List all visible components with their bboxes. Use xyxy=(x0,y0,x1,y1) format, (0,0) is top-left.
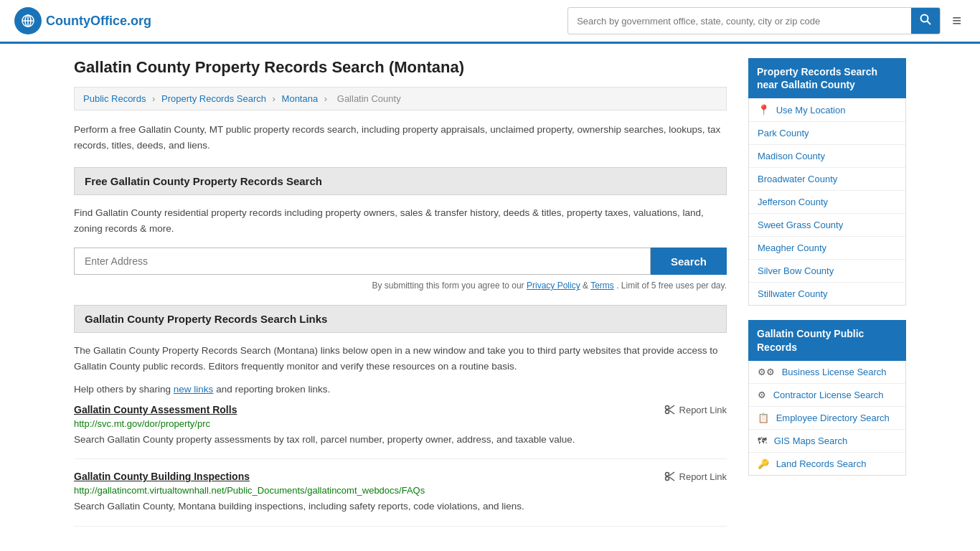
gear-icon-contractor: ⚙ xyxy=(758,390,766,400)
header-right: ≡ xyxy=(567,7,966,34)
breadcrumb-montana[interactable]: Montana xyxy=(282,93,319,104)
breadcrumb-public-records[interactable]: Public Records xyxy=(83,93,146,104)
sidebar-nearby-title: Property Records Search near Gallatin Co… xyxy=(748,58,906,98)
link-desc-2: Search Gallatin County, Montana building… xyxy=(74,499,727,514)
employee-directory-link[interactable]: Employee Directory Search xyxy=(776,413,890,423)
sidebar-item-meagher-county[interactable]: Meagher County xyxy=(749,237,905,260)
form-note-limit: . Limit of 5 free uses per day. xyxy=(616,281,727,291)
sidebar-item-contractor-license[interactable]: ⚙ Contractor License Search xyxy=(749,384,905,407)
gear-icon-business: ⚙⚙ xyxy=(758,367,775,377)
sidebar-item-stillwater-county[interactable]: Stillwater County xyxy=(749,283,905,305)
links-section-description: The Gallatin County Property Records Sea… xyxy=(74,343,727,374)
svg-point-11 xyxy=(665,473,669,476)
privacy-policy-link[interactable]: Privacy Policy xyxy=(527,281,580,291)
report-link-btn-1[interactable]: Report Link xyxy=(664,404,727,415)
free-search-description: Find Gallatin County residential propert… xyxy=(74,205,727,236)
land-records-link[interactable]: Land Records Search xyxy=(776,458,867,469)
sidebar-item-sweet-grass-county[interactable]: Sweet Grass County xyxy=(749,214,905,237)
business-license-link[interactable]: Business License Search xyxy=(782,367,887,377)
page-description: Perform a free Gallatin County, MT publi… xyxy=(74,122,727,153)
sidebar-item-jefferson-county[interactable]: Jefferson County xyxy=(749,191,905,214)
sidebar-item-gis-maps[interactable]: 🗺 GIS Maps Search xyxy=(749,430,905,453)
link-item-assessment-rolls: Gallatin County Assessment Rolls Report … xyxy=(74,404,727,459)
link-title-assessment[interactable]: Gallatin County Assessment Rolls xyxy=(74,404,237,415)
use-my-location-link[interactable]: Use My Location xyxy=(776,105,846,116)
svg-point-12 xyxy=(665,477,669,481)
doc-icon: 📋 xyxy=(758,413,769,423)
sidebar-item-use-my-location[interactable]: 📍 Use My Location xyxy=(749,98,905,122)
silver-bow-county-link[interactable]: Silver Bow County xyxy=(758,265,834,276)
svg-point-5 xyxy=(921,15,928,22)
page-title: Gallatin County Property Records Search … xyxy=(74,58,727,77)
svg-point-8 xyxy=(665,410,669,414)
report-link-label-2: Report Link xyxy=(679,471,727,482)
breadcrumb-sep-1: › xyxy=(152,93,155,104)
sidebar-item-park-county[interactable]: Park County xyxy=(749,122,905,145)
logo-text: CountyOffice.org xyxy=(46,14,151,29)
global-search-bar xyxy=(567,7,941,34)
sidebar-item-employee-directory[interactable]: 📋 Employee Directory Search xyxy=(749,407,905,430)
link-desc-1: Search Gallatin County property assessme… xyxy=(74,433,727,447)
scissors-icon-1 xyxy=(664,404,676,415)
gis-maps-link[interactable]: GIS Maps Search xyxy=(774,435,848,446)
sidebar-public-records-list: ⚙⚙ Business License Search ⚙ Contractor … xyxy=(748,361,906,476)
contractor-license-link[interactable]: Contractor License Search xyxy=(773,390,884,400)
madison-county-link[interactable]: Madison County xyxy=(758,151,825,161)
location-icon: 📍 xyxy=(758,104,770,116)
svg-line-9 xyxy=(669,405,674,409)
address-search-row: Search xyxy=(74,248,727,275)
jefferson-county-link[interactable]: Jefferson County xyxy=(758,197,828,207)
sidebar: Property Records Search near Gallatin Co… xyxy=(748,58,906,538)
link-item-building-inspections: Gallatin County Building Inspections Rep… xyxy=(74,471,727,526)
sidebar-item-broadwater-county[interactable]: Broadwater County xyxy=(749,168,905,191)
broadwater-county-link[interactable]: Broadwater County xyxy=(758,174,837,184)
sidebar-item-business-license[interactable]: ⚙⚙ Business License Search xyxy=(749,361,905,384)
new-links-link[interactable]: new links xyxy=(174,384,214,395)
link-item-header-2: Gallatin County Building Inspections Rep… xyxy=(74,471,727,482)
breadcrumb-sep-3: › xyxy=(324,93,327,104)
global-search-input[interactable] xyxy=(568,10,911,32)
stillwater-county-link[interactable]: Stillwater County xyxy=(758,288,828,299)
address-input[interactable] xyxy=(74,248,651,275)
main-wrapper: Gallatin County Property Records Search … xyxy=(60,44,920,551)
global-search-button[interactable] xyxy=(911,8,940,34)
sidebar-public-records-section: Gallatin County Public Records ⚙⚙ Busine… xyxy=(748,320,906,475)
link-url-2: http://gallatincomt.virtualtownhall.net/… xyxy=(74,485,727,496)
sidebar-nearby-list: 📍 Use My Location Park County Madison Co… xyxy=(748,98,906,306)
svg-line-10 xyxy=(669,410,674,414)
form-note-text: By submitting this form you agree to our xyxy=(372,281,524,291)
park-county-link[interactable]: Park County xyxy=(758,128,809,138)
scissors-icon-2 xyxy=(664,471,676,482)
svg-line-13 xyxy=(669,472,674,476)
svg-line-14 xyxy=(669,477,674,481)
link-title-building[interactable]: Gallatin County Building Inspections xyxy=(74,471,250,482)
links-section-heading: Gallatin County Property Records Search … xyxy=(74,305,727,333)
logo-icon xyxy=(14,7,42,34)
sidebar-item-land-records[interactable]: 🔑 Land Records Search xyxy=(749,453,905,475)
logo-area: CountyOffice.org xyxy=(14,7,151,34)
sidebar-nearby-section: Property Records Search near Gallatin Co… xyxy=(748,58,906,306)
sidebar-item-madison-county[interactable]: Madison County xyxy=(749,145,905,168)
svg-line-6 xyxy=(928,22,931,25)
meagher-county-link[interactable]: Meagher County xyxy=(758,242,826,253)
key-icon: 🔑 xyxy=(758,458,769,469)
report-link-btn-2[interactable]: Report Link xyxy=(664,471,727,482)
report-link-label-1: Report Link xyxy=(679,405,727,415)
address-search-button[interactable]: Search xyxy=(651,248,727,275)
breadcrumb-current: Gallatin County xyxy=(337,93,401,104)
breadcrumb: Public Records › Property Records Search… xyxy=(74,87,727,110)
svg-point-7 xyxy=(665,406,669,410)
sweet-grass-county-link[interactable]: Sweet Grass County xyxy=(758,220,843,230)
sidebar-item-silver-bow-county[interactable]: Silver Bow County xyxy=(749,260,905,283)
hamburger-menu[interactable]: ≡ xyxy=(948,7,966,34)
content-area: Gallatin County Property Records Search … xyxy=(74,58,727,538)
form-note-and: & xyxy=(583,281,590,291)
link-item-header-1: Gallatin County Assessment Rolls Report … xyxy=(74,404,727,415)
breadcrumb-property-records[interactable]: Property Records Search xyxy=(161,93,266,104)
breadcrumb-sep-2: › xyxy=(273,93,275,104)
free-search-heading: Free Gallatin County Property Records Se… xyxy=(74,167,727,195)
links-section-help: Help others by sharing new links and rep… xyxy=(74,382,727,397)
terms-link[interactable]: Terms xyxy=(590,281,614,291)
map-icon: 🗺 xyxy=(758,435,767,446)
form-note: By submitting this form you agree to our… xyxy=(74,281,727,291)
